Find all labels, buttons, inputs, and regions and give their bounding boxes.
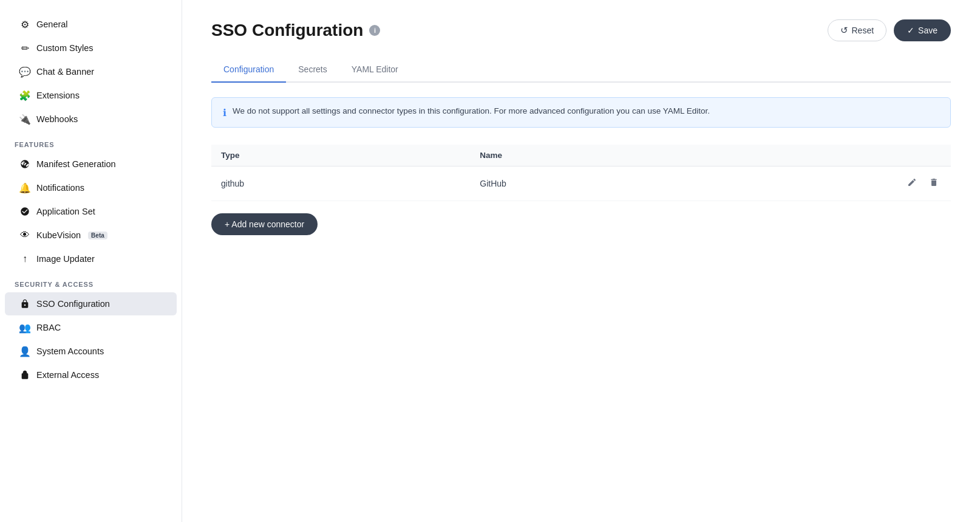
- rbac-icon: 👥: [19, 322, 30, 333]
- delete-connector-button[interactable]: [927, 175, 941, 192]
- tabs: Configuration Secrets YAML Editor: [211, 58, 951, 83]
- page-title-wrap: SSO Configuration i: [211, 21, 380, 40]
- tab-configuration[interactable]: Configuration: [211, 58, 286, 83]
- sidebar-item-image-updater[interactable]: ↑ Image Updater: [5, 247, 177, 270]
- main-content: SSO Configuration i ↺ Reset ✓ Save Confi…: [182, 0, 980, 522]
- sidebar-item-label: RBAC: [36, 323, 61, 332]
- sidebar-item-webhooks[interactable]: 🔌 Webhooks: [5, 108, 177, 131]
- sidebar: ⚙ General ✏ Custom Styles 💬 Chat & Banne…: [0, 0, 182, 522]
- reset-button[interactable]: ↺ Reset: [828, 19, 887, 41]
- page-header: SSO Configuration i ↺ Reset ✓ Save: [211, 19, 951, 41]
- features-section-label: FEATURES: [0, 131, 182, 152]
- sidebar-item-label: Manifest Generation: [36, 159, 116, 169]
- external-access-icon: [19, 369, 30, 380]
- info-icon[interactable]: i: [369, 25, 380, 36]
- check-icon: ✓: [907, 26, 914, 35]
- info-banner: ℹ We do not support all settings and con…: [211, 97, 951, 128]
- header-actions: ↺ Reset ✓ Save: [828, 19, 951, 41]
- sidebar-item-chat-banner[interactable]: 💬 Chat & Banner: [5, 60, 177, 83]
- sidebar-item-sso-config[interactable]: SSO Configuration: [5, 292, 177, 315]
- chat-icon: 💬: [19, 66, 30, 77]
- sidebar-item-external-access[interactable]: External Access: [5, 363, 177, 386]
- sidebar-item-label: System Accounts: [36, 346, 104, 356]
- security-section-label: SECURITY & ACCESS: [0, 271, 182, 292]
- sidebar-item-kubevision[interactable]: 👁 KubeVision Beta: [5, 224, 177, 247]
- application-set-icon: [19, 206, 30, 217]
- sidebar-item-application-set[interactable]: Application Set: [5, 200, 177, 223]
- add-connector-button[interactable]: + Add new connector: [211, 213, 318, 235]
- sidebar-item-label: Notifications: [36, 183, 84, 193]
- info-banner-text: We do not support all settings and conne…: [233, 106, 710, 115]
- beta-badge: Beta: [88, 232, 107, 239]
- sidebar-item-extensions[interactable]: 🧩 Extensions: [5, 84, 177, 107]
- edit-connector-button[interactable]: [905, 175, 919, 192]
- system-accounts-icon: 👤: [19, 346, 30, 357]
- sidebar-item-rbac[interactable]: 👥 RBAC: [5, 316, 177, 339]
- pen-icon: ✏: [19, 43, 30, 53]
- col-actions-header: [877, 145, 951, 167]
- git-icon: [19, 159, 30, 170]
- upload-icon: ↑: [19, 253, 30, 264]
- col-type-header: Type: [211, 145, 470, 167]
- sidebar-item-label: External Access: [36, 370, 99, 380]
- connector-table: Type Name github GitHub: [211, 145, 951, 201]
- gear-icon: ⚙: [19, 19, 30, 30]
- add-connector-label: + Add new connector: [225, 219, 304, 229]
- sidebar-item-label: Extensions: [36, 91, 80, 100]
- cell-name: GitHub: [470, 167, 877, 201]
- sidebar-item-label: KubeVision: [36, 230, 81, 240]
- reset-icon: ↺: [840, 25, 848, 36]
- cell-actions: [877, 167, 951, 201]
- reset-label: Reset: [852, 26, 874, 35]
- sidebar-item-label: Chat & Banner: [36, 67, 94, 77]
- sidebar-item-label: Application Set: [36, 207, 95, 216]
- sidebar-item-system-accounts[interactable]: 👤 System Accounts: [5, 340, 177, 363]
- sidebar-item-label: General: [36, 19, 68, 29]
- page-title: SSO Configuration: [211, 21, 363, 40]
- sidebar-item-general[interactable]: ⚙ General: [5, 13, 177, 36]
- sidebar-item-label: Image Updater: [36, 254, 95, 264]
- save-button[interactable]: ✓ Save: [894, 19, 951, 41]
- sso-icon: [19, 298, 30, 309]
- sidebar-item-label: Custom Styles: [36, 43, 93, 53]
- bell-icon: 🔔: [19, 182, 30, 193]
- sidebar-item-label: SSO Configuration: [36, 299, 110, 309]
- sidebar-item-manifest-generation[interactable]: Manifest Generation: [5, 153, 177, 176]
- cell-type: github: [211, 167, 470, 201]
- sidebar-item-notifications[interactable]: 🔔 Notifications: [5, 176, 177, 199]
- save-label: Save: [918, 26, 937, 35]
- table-row: github GitHub: [211, 167, 951, 201]
- sidebar-item-custom-styles[interactable]: ✏ Custom Styles: [5, 36, 177, 60]
- tab-yaml-editor[interactable]: YAML Editor: [339, 58, 410, 83]
- eye-icon: 👁: [19, 230, 30, 241]
- sidebar-item-label: Webhooks: [36, 114, 78, 124]
- tab-secrets[interactable]: Secrets: [286, 58, 339, 83]
- info-banner-icon: ℹ: [223, 107, 226, 118]
- table-header-row: Type Name: [211, 145, 951, 167]
- puzzle-icon: 🧩: [19, 90, 30, 101]
- col-name-header: Name: [470, 145, 877, 167]
- webhook-icon: 🔌: [19, 114, 30, 125]
